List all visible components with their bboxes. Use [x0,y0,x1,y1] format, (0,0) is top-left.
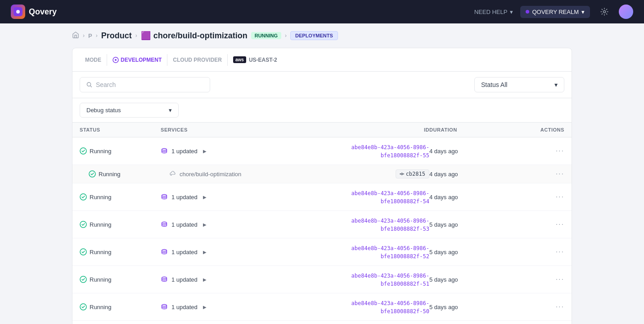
id-cell: cb2815 [339,169,429,178]
id-cell: abe84e8b-423a-4056-8986-bfe18008882f-54 [339,189,429,205]
deployment-id[interactable]: abe84e8b-423a-4056-8986-bfe18008882f-52 [351,245,429,260]
check-icon [80,193,87,201]
duration-cell: 5 days ago [429,249,510,256]
content-card: MODE DEVELOPMENT CLOUD PROVIDER aws US-E… [72,48,572,324]
th-services: SERVICES [161,127,339,132]
table-row[interactable]: Running 1 updated ▶ abe84e8b-423a-4056-8… [72,293,572,321]
expand-button[interactable]: ▶ [201,148,208,155]
commit-badge: cb2815 [396,169,429,178]
search-box[interactable] [80,77,210,92]
table-header: STATUS SERVICES ID DURATION ACTIONS [72,123,572,137]
database-icon [161,221,168,228]
more-actions-button[interactable]: ··· [556,220,564,228]
services-cell: 1 updated ▶ [161,276,339,283]
deployment-id[interactable]: abe84e8b-423a-4056-8986-bfe18008882f-53 [351,218,429,232]
actions-cell: ··· [510,193,564,201]
table-row[interactable]: Running 1 updated ▶ abe84e8b-423a-4056-8… [72,137,572,165]
breadcrumb-separator-4: › [285,32,287,39]
search-input[interactable] [96,81,203,88]
main-content: MODE DEVELOPMENT CLOUD PROVIDER aws US-E… [0,48,644,324]
status-cell: Running [80,248,161,256]
actions-cell: ··· [510,220,564,228]
service-emoji-icon: 🟪 [141,31,151,41]
service-label: 1 updated [171,221,198,228]
settings-button[interactable] [597,5,612,19]
status-cell: Running [80,221,161,228]
expand-button[interactable]: ▶ [201,276,208,283]
breadcrumb-service-name[interactable]: chore/build-optimization [153,31,248,41]
expand-button[interactable]: ▶ [201,249,208,256]
duration-cell: 4 days ago [429,194,510,201]
aws-badge: aws [233,56,246,63]
more-actions-button[interactable]: ··· [556,248,564,256]
expand-button[interactable]: ▶ [201,221,208,228]
logo-icon [11,5,25,19]
svg-point-21 [162,305,167,306]
breadcrumb-project-name[interactable]: Product [101,31,132,41]
duration-cell: 5 days ago [429,304,510,310]
top-navigation: Qovery NEED HELP ▾ QOVERY REALM ▾ [0,0,644,23]
services-cell: chore/build-optimization [170,171,339,178]
expand-button[interactable]: ▶ [201,194,208,201]
deployment-id[interactable]: abe84e8b-423a-4056-8986-bfe18008882f-54 [351,190,429,205]
filters-row: MODE DEVELOPMENT CLOUD PROVIDER aws US-E… [72,48,572,72]
more-actions-button[interactable]: ··· [556,303,564,311]
deployment-id[interactable]: abe84e8b-423a-4056-8986-bfe18008882f-51 [351,273,429,287]
check-icon [80,248,87,256]
status-text: Running [90,304,111,310]
service-label: 1 updated [171,304,198,310]
home-icon[interactable] [72,31,79,40]
more-actions-button[interactable]: ··· [556,147,564,155]
database-icon [161,248,168,256]
more-actions-button[interactable]: ··· [556,193,564,201]
id-cell: abe84e8b-423a-4056-8986-bfe18008882f-55 [339,143,429,159]
more-actions-button[interactable]: ··· [556,170,564,178]
database-icon [161,193,168,201]
table-body: Running 1 updated ▶ abe84e8b-423a-4056-8… [72,137,572,324]
logo[interactable]: Qovery [11,5,57,19]
breadcrumb-separator-2: › [96,32,98,39]
deployment-id[interactable]: abe84e8b-423a-4056-8986-bfe18008882f-50 [351,300,429,315]
duration-cell: 4 days ago [429,171,510,178]
actions-cell: ··· [510,275,564,283]
table-row[interactable]: Running 1 updated ▶ abe84e8b-423a-4056-8… [72,211,572,238]
table-row[interactable]: Running 1 updated ▶ abe84e8b-423a-4056-8… [72,183,572,211]
table-row[interactable]: Running 1 updated ▶ abe84e8b-423a-4056-8… [72,266,572,293]
th-duration: DURATION [429,127,510,132]
git-icon [400,172,404,176]
svg-point-17 [162,250,167,251]
deployments-badge[interactable]: DEPLOYMENTS [290,31,338,40]
expand-button[interactable]: ▶ [201,304,208,310]
avatar[interactable] [619,5,633,19]
services-cell: 1 updated ▶ [161,147,339,155]
svg-point-2 [603,11,606,13]
status-cell: Running [89,170,170,178]
filter-cloud-provider: CLOUD PROVIDER [167,54,228,66]
filter-region[interactable]: aws US-EAST-2 [228,54,283,66]
svg-point-4 [115,59,117,61]
more-actions-button[interactable]: ··· [556,275,564,283]
check-icon [80,303,87,310]
table-row[interactable]: Running chore/build-optimization cb2815 … [72,165,572,183]
th-actions: ACTIONS [510,127,564,132]
check-icon [80,147,87,155]
status-cell: Running [80,147,161,155]
status-dropdown[interactable]: Status All ▾ [474,77,564,92]
svg-point-15 [162,222,167,224]
chevron-down-icon: ▾ [554,81,558,88]
filter-development[interactable]: DEVELOPMENT [107,54,167,66]
gear-icon [600,8,608,16]
breadcrumb-separator-3: › [135,32,137,39]
table-row[interactable]: Running 1 updated ▶ abe84e8b-423a-4056-8… [72,321,572,324]
svg-point-19 [162,277,167,279]
id-cell: abe84e8b-423a-4056-8986-bfe18008882f-53 [339,216,429,233]
status-cell: Running [80,193,161,201]
actions-cell: ··· [510,170,564,178]
realm-button[interactable]: QOVERY REALM ▾ [520,6,590,18]
table-row[interactable]: Running 1 updated ▶ abe84e8b-423a-4056-8… [72,238,572,266]
service-name[interactable]: chore/build-optimization [180,171,241,178]
actions-cell: ··· [510,248,564,256]
deployment-id[interactable]: abe84e8b-423a-4056-8986-bfe18008882f-55 [351,144,429,159]
debug-status-button[interactable]: Debug status ▾ [80,103,179,118]
need-help-button[interactable]: NEED HELP ▾ [474,9,513,15]
